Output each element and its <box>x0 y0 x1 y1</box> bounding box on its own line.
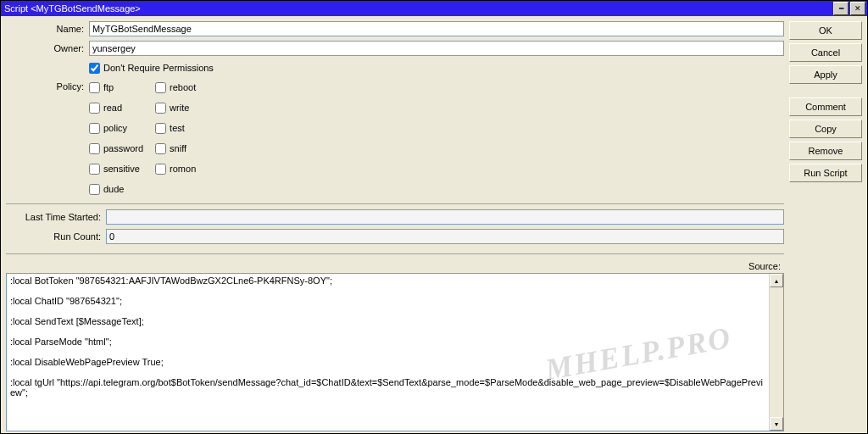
policy-ftp-input[interactable] <box>89 82 100 93</box>
ok-button[interactable]: OK <box>789 21 862 40</box>
close-icon[interactable]: ✕ <box>850 2 865 15</box>
policy-sniff-input[interactable] <box>155 143 166 154</box>
separator2 <box>6 253 784 254</box>
policy-ftp-label: ftp <box>103 82 114 92</box>
policy-read[interactable]: read <box>89 100 143 115</box>
comment-button[interactable]: Comment <box>789 97 862 116</box>
policy-test[interactable]: test <box>155 120 196 136</box>
copy-button[interactable]: Copy <box>789 120 862 138</box>
policy-dude-input[interactable] <box>89 184 100 195</box>
laststart-field <box>106 209 784 225</box>
owner-label: Owner: <box>6 43 89 53</box>
policy-sensitive-label: sensitive <box>103 164 140 174</box>
policy-reboot[interactable]: reboot <box>155 80 196 95</box>
owner-input[interactable] <box>89 41 784 56</box>
titlebar[interactable]: Script <MyTGBotSendMessage> ━ ✕ <box>1 1 867 16</box>
policy-romon-label: romon <box>170 164 196 174</box>
scrollbar[interactable]: ▴ ▾ <box>769 274 783 431</box>
policy-test-input[interactable] <box>155 123 166 134</box>
script-dialog: Script <MyTGBotSendMessage> ━ ✕ Name: Ow… <box>0 0 868 434</box>
policy-write[interactable]: write <box>155 100 196 115</box>
policy-write-label: write <box>170 103 189 113</box>
policy-sniff[interactable]: sniff <box>155 141 196 156</box>
form-area: Name: Owner: Don't Require Permissions P… <box>6 21 784 431</box>
policy-dude[interactable]: dude <box>89 181 143 197</box>
name-input[interactable] <box>89 21 784 36</box>
policy-write-input[interactable] <box>155 103 166 114</box>
apply-button[interactable]: Apply <box>789 65 862 84</box>
source-wrap: ▴ ▾ MHELP.PRO <box>6 273 784 431</box>
button-column: OK Cancel Apply Comment Copy Remove Run … <box>789 21 862 431</box>
dont-require-input[interactable] <box>89 63 100 74</box>
window-title: Script <MyTGBotSendMessage> <box>3 3 832 14</box>
policy-sensitive[interactable]: sensitive <box>89 161 143 176</box>
policy-dude-label: dude <box>103 184 124 194</box>
remove-button[interactable]: Remove <box>789 142 862 160</box>
policy-label: Policy: <box>6 80 89 197</box>
policy-read-label: read <box>103 103 122 113</box>
source-label: Source: <box>6 261 784 271</box>
policy-read-input[interactable] <box>89 103 100 114</box>
scroll-down-icon[interactable]: ▾ <box>770 417 783 431</box>
runcount-label: Run Count: <box>6 231 106 242</box>
name-label: Name: <box>6 24 89 34</box>
policy-romon[interactable]: romon <box>155 161 196 176</box>
minimize-icon[interactable]: ━ <box>833 2 849 15</box>
cancel-button[interactable]: Cancel <box>789 43 862 62</box>
policy-col2: rebootwritetestsniffromon <box>155 80 196 197</box>
policy-password[interactable]: password <box>89 141 143 156</box>
dialog-body: Name: Owner: Don't Require Permissions P… <box>1 16 867 433</box>
policy-ftp[interactable]: ftp <box>89 80 143 95</box>
policy-col1: ftpreadpolicypasswordsensitivedude <box>89 80 143 197</box>
policy-test-label: test <box>170 123 185 133</box>
source-textarea[interactable] <box>7 274 769 431</box>
dont-require-checkbox[interactable]: Don't Require Permissions <box>89 60 214 75</box>
policy-policy-input[interactable] <box>89 123 100 134</box>
policy-reboot-label: reboot <box>170 82 196 92</box>
policy-policy[interactable]: policy <box>89 120 143 136</box>
policy-policy-label: policy <box>103 123 127 133</box>
separator <box>6 203 784 204</box>
policy-reboot-input[interactable] <box>155 82 166 93</box>
runcount-field <box>106 229 784 244</box>
policy-password-input[interactable] <box>89 143 100 154</box>
scroll-up-icon[interactable]: ▴ <box>770 274 783 287</box>
policy-romon-input[interactable] <box>155 164 166 175</box>
policy-password-label: password <box>103 143 143 153</box>
policy-sensitive-input[interactable] <box>89 164 100 175</box>
policy-sniff-label: sniff <box>170 143 186 153</box>
dont-require-label: Don't Require Permissions <box>103 63 214 73</box>
run-script-button[interactable]: Run Script <box>789 164 862 182</box>
laststart-label: Last Time Started: <box>6 212 106 222</box>
